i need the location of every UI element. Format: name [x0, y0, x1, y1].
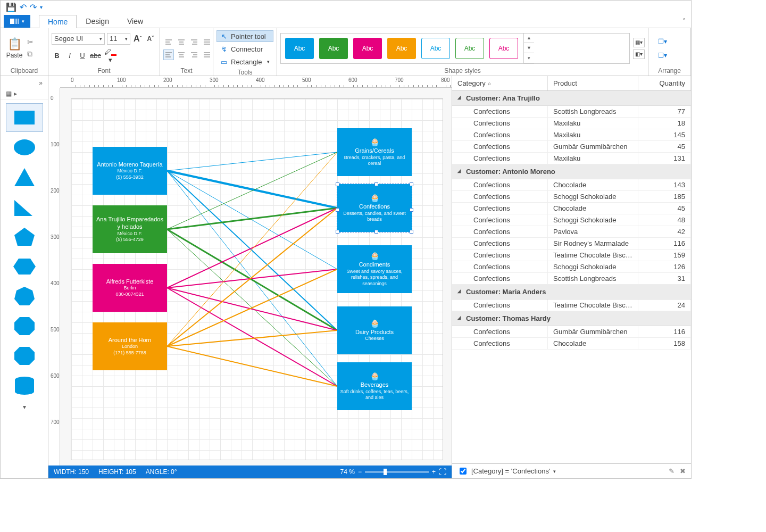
cut-icon[interactable]: ✂	[27, 38, 34, 46]
group-row[interactable]: Customer: Thomas Hardy	[452, 311, 691, 326]
table-row[interactable]: ConfectionsSir Rodney's Marmalade116	[452, 238, 691, 250]
filter-checkbox[interactable]	[460, 468, 467, 475]
group-row[interactable]: Customer: Maria Anders	[452, 285, 691, 300]
strike-button[interactable]: abc	[90, 52, 101, 60]
edit-filter-icon[interactable]: ✎	[669, 467, 675, 475]
shape-pentagon[interactable]	[6, 222, 43, 251]
customer-node[interactable]: Alfreds FutterkisteBerlin030-0074321	[93, 264, 167, 312]
align-top-right[interactable]	[189, 37, 199, 47]
style-swatch[interactable]: Abc	[353, 38, 382, 59]
save-icon[interactable]: 💾	[6, 3, 16, 12]
zoom-in-icon[interactable]: +	[432, 468, 436, 476]
redo-icon[interactable]: ↷	[30, 3, 37, 12]
align-top-left[interactable]	[163, 37, 174, 47]
table-row[interactable]: ConfectionsSchoggi Schokolade126	[452, 261, 691, 273]
shrink-font-icon[interactable]: Aˇ	[145, 35, 156, 43]
style-swatch[interactable]: Abc	[319, 38, 348, 59]
align-top-justify[interactable]	[202, 37, 212, 47]
style-swatch-outline[interactable]: Abc	[455, 38, 484, 59]
paste-button[interactable]: 📋 Paste	[4, 37, 25, 59]
table-row[interactable]: ConfectionsChocolade143	[452, 179, 691, 191]
shape-cylinder[interactable]	[6, 371, 43, 400]
category-node[interactable]: 🧁BeveragesSoft drinks, coffees, teas, be…	[337, 362, 412, 410]
bold-button[interactable]: B	[52, 52, 62, 60]
align-top-center[interactable]	[176, 37, 187, 47]
gallery-up-icon[interactable]: ▲	[524, 33, 534, 43]
table-row[interactable]: ConfectionsChocolade45	[452, 203, 691, 214]
category-node[interactable]: 🧁CondimentsSweet and savory sauces, reli…	[337, 245, 412, 293]
send-backward-button[interactable]: ❏▾	[652, 49, 673, 61]
shapes-category[interactable]: ▦▸	[1, 88, 48, 100]
group-row[interactable]: Customer: Ana Trujillo	[452, 91, 691, 106]
filter-icon[interactable]: ⌕	[488, 80, 491, 86]
col-product[interactable]: Product	[548, 76, 638, 90]
align-bottom-left[interactable]	[163, 49, 174, 60]
collapse-ribbon-icon[interactable]: ˄	[682, 18, 686, 25]
table-row[interactable]: ConfectionsMaxilaku18	[452, 118, 691, 129]
table-row[interactable]: ConfectionsGumbär Gummibärchen45	[452, 141, 691, 153]
category-node[interactable]: 🧁ConfectionsDesserts, candies, and sweet…	[337, 184, 412, 232]
pointer-tool[interactable]: ↖Pointer tool	[217, 30, 273, 42]
style-swatch-outline[interactable]: Abc	[489, 38, 518, 59]
table-row[interactable]: ConfectionsTeatime Chocolate Biscuits159	[452, 250, 691, 261]
zoom-out-icon[interactable]: −	[358, 468, 362, 476]
table-row[interactable]: ConfectionsSchoggi Schokolade48	[452, 214, 691, 226]
shape-rtriangle[interactable]	[6, 193, 43, 221]
col-category[interactable]: Category⌕	[452, 76, 548, 90]
customer-node[interactable]: Around the HornLondon(171) 555-7788	[93, 322, 167, 370]
gallery-more-icon[interactable]: ▾	[524, 53, 534, 63]
table-row[interactable]: ConfectionsPavlova42	[452, 226, 691, 238]
grow-font-icon[interactable]: Aˆ	[132, 34, 143, 44]
table-row[interactable]: ConfectionsScottish Longbreads77	[452, 106, 691, 118]
qat-customize-icon[interactable]: ▾	[40, 5, 43, 10]
customer-node[interactable]: Antonio Moreno TaqueríaMéxico D.F.(5) 55…	[93, 147, 167, 195]
table-row[interactable]: ConfectionsScottish Longbreads31	[452, 273, 691, 285]
shape-fill-icon[interactable]: ◧▾	[633, 49, 645, 59]
connector-tool[interactable]: ↯Connector	[217, 43, 273, 55]
zoom-fit-icon[interactable]: ⛶	[439, 468, 446, 476]
shape-triangle[interactable]	[6, 163, 43, 192]
table-row[interactable]: ConfectionsTeatime Chocolate Biscuits24	[452, 300, 691, 311]
style-gallery[interactable]: AbcAbcAbcAbcAbcAbcAbc▲▼▾	[280, 33, 630, 64]
table-row[interactable]: ConfectionsChocolade158	[452, 338, 691, 350]
col-quantity[interactable]: Quantity	[638, 76, 691, 90]
bring-forward-button[interactable]: ❐▾	[652, 36, 673, 47]
zoom-slider[interactable]	[365, 471, 429, 473]
theme-colors-icon[interactable]: ▦▾	[633, 38, 645, 47]
diagram-paper[interactable]: 🧁Grains/CerealsBreads, crackers, pasta, …	[71, 98, 443, 460]
tab-view[interactable]: View	[118, 14, 152, 28]
shape-heptagon[interactable]	[6, 282, 43, 311]
filter-history-icon[interactable]: ▾	[553, 469, 556, 474]
table-row[interactable]: ConfectionsSchoggi Schokolade185	[452, 191, 691, 203]
category-node[interactable]: 🧁Dairy ProductsCheeses	[337, 306, 412, 354]
shape-ellipse[interactable]	[6, 133, 43, 162]
clear-filter-icon[interactable]: ✖	[680, 467, 686, 475]
align-bottom-justify[interactable]	[202, 49, 212, 60]
tab-design[interactable]: Design	[77, 14, 118, 28]
shape-hexagon[interactable]	[6, 252, 43, 281]
underline-button[interactable]: U	[77, 52, 88, 60]
group-row[interactable]: Customer: Antonio Moreno	[452, 164, 691, 179]
customer-node[interactable]: Ana Trujillo Emparedados y heladosMéxico…	[93, 205, 167, 253]
style-swatch[interactable]: Abc	[285, 38, 314, 59]
font-size-combo[interactable]: 11▾	[107, 33, 130, 45]
undo-icon[interactable]: ↶	[20, 3, 27, 12]
table-row[interactable]: ConfectionsMaxilaku131	[452, 153, 691, 164]
file-menu-button[interactable]: ▾	[4, 15, 30, 28]
shape-rect[interactable]	[6, 103, 43, 132]
font-color-button[interactable]: 🖊▾	[103, 48, 118, 64]
style-swatch[interactable]: Abc	[387, 38, 416, 59]
rectangle-tool[interactable]: ▭Rectangle▾	[217, 56, 273, 68]
diagram-canvas[interactable]: 🧁Grains/CerealsBreads, crackers, pasta, …	[60, 88, 452, 466]
table-row[interactable]: ConfectionsGumbär Gummibärchen116	[452, 326, 691, 338]
style-swatch-outline[interactable]: Abc	[421, 38, 450, 59]
shape-octagon[interactable]	[6, 312, 43, 340]
align-bottom-right[interactable]	[189, 49, 199, 60]
shape-octagon[interactable]	[6, 342, 43, 370]
align-bottom-center[interactable]	[176, 49, 187, 60]
tab-home[interactable]: Home	[39, 15, 77, 28]
shapes-collapse-icon[interactable]: »	[1, 78, 48, 88]
shapes-more-icon[interactable]: ▾	[6, 403, 43, 411]
table-row[interactable]: ConfectionsMaxilaku145	[452, 129, 691, 141]
category-node[interactable]: 🧁Grains/CerealsBreads, crackers, pasta, …	[337, 128, 412, 176]
